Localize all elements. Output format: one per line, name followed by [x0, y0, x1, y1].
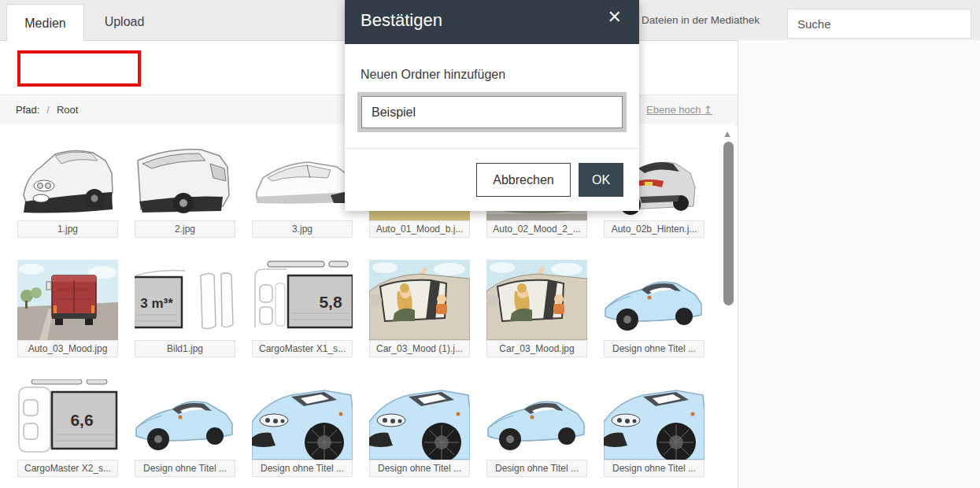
svg-text:3 m³*: 3 m³*	[140, 296, 173, 311]
media-filename: 1.jpg	[17, 220, 118, 238]
media-tile[interactable]: Design ohne Titel ...	[604, 379, 704, 477]
media-thumbnail	[17, 260, 118, 340]
media-tile[interactable]: 6,6CargoMaster X2_s...	[17, 379, 118, 477]
folder-name-input[interactable]	[361, 96, 623, 128]
media-thumbnail	[17, 140, 118, 220]
svg-text:5,8: 5,8	[319, 293, 342, 311]
media-filename: Design ohne Titel ...	[604, 340, 704, 357]
detail-panel-empty	[738, 40, 980, 488]
media-tile[interactable]: Design ohne Titel ...	[369, 379, 470, 477]
ok-button[interactable]: OK	[579, 163, 623, 197]
media-thumbnail: 3 m³*	[135, 260, 235, 340]
media-thumbnail	[604, 379, 704, 460]
media-tile[interactable]: 3 m³* Bild1.jpg	[135, 260, 235, 357]
media-tile[interactable]: Car_03_Mood (1).j...	[369, 260, 470, 357]
media-thumbnail	[369, 379, 470, 460]
breadcrumb-root[interactable]: Root	[57, 104, 78, 116]
media-tile[interactable]: 2.jpg	[135, 140, 235, 238]
files-in-library-label: Dateien in der Mediathek	[642, 0, 760, 40]
media-tile[interactable]: 3.jpg	[252, 140, 353, 238]
tab-upload[interactable]: Upload	[83, 4, 165, 40]
dialog-footer: Abbrechen OK	[345, 148, 639, 211]
tab-medien-label: Medien	[24, 17, 65, 31]
scrollbar-thumb[interactable]	[723, 142, 734, 305]
media-tile[interactable]: 1.jpg	[17, 140, 118, 238]
media-filename: Design ohne Titel ...	[604, 460, 704, 477]
media-thumbnail	[252, 140, 353, 220]
scroll-up-button[interactable]: ▲	[720, 128, 734, 140]
cancel-button[interactable]: Abbrechen	[476, 163, 571, 197]
search-input[interactable]	[787, 9, 971, 39]
level-up-icon: ↥	[704, 104, 712, 116]
media-thumbnail	[604, 260, 704, 340]
media-thumbnail	[369, 260, 470, 340]
media-filename: 3.jpg	[252, 220, 353, 238]
media-filename: Auto_03_Mood.jpg	[17, 340, 118, 357]
media-tile[interactable]: Design ohne Titel ...	[486, 379, 587, 477]
media-filename: Auto_02_Mood_2_...	[486, 220, 587, 238]
media-filename: 2.jpg	[135, 220, 235, 238]
folder-name-input-ring	[357, 92, 627, 132]
tab-upload-label: Upload	[105, 15, 145, 29]
confirm-dialog: Bestätigen ✕ Neuen Ordner hinzufügen Abb…	[345, 0, 639, 211]
media-filename: Auto_02b_Hinten.j...	[604, 220, 704, 238]
level-up-link[interactable]: Ebene hoch ↥	[646, 95, 712, 124]
media-thumbnail	[135, 140, 235, 220]
media-filename: Car_03_Mood.jpg	[486, 340, 587, 357]
media-thumbnail	[135, 379, 235, 460]
svg-text:6,6: 6,6	[70, 411, 93, 429]
media-filename: Design ohne Titel ...	[135, 460, 235, 477]
media-thumbnail: 6,6	[17, 379, 118, 460]
close-icon[interactable]: ✕	[603, 6, 627, 28]
dialog-title: Bestätigen	[361, 0, 442, 41]
media-filename: CargoMaster X1_s...	[252, 340, 353, 357]
media-tile[interactable]: Design ohne Titel ...	[252, 379, 353, 477]
level-up-label: Ebene hoch	[646, 104, 701, 116]
media-filename: Bild1.jpg	[135, 340, 235, 357]
media-tile[interactable]: Design ohne Titel ...	[604, 260, 704, 357]
media-filename: Design ohne Titel ...	[369, 460, 470, 477]
media-filename: Auto_01_Mood_b.j...	[369, 220, 470, 238]
media-filename: CargoMaster X2_s...	[17, 460, 118, 477]
media-tile[interactable]: Auto_03_Mood.jpg	[17, 260, 118, 357]
media-filename: Design ohne Titel ...	[486, 460, 587, 477]
breadcrumb-label: Pfad:	[16, 104, 39, 116]
breadcrumb-separator: /	[46, 104, 50, 116]
media-filename: Car_03_Mood (1).j...	[369, 340, 470, 357]
media-thumbnail	[486, 260, 587, 340]
media-thumbnail: 5,8	[252, 260, 353, 340]
tab-medien[interactable]: Medien	[6, 4, 84, 42]
dialog-header: Bestätigen ✕	[345, 0, 639, 44]
media-thumbnail	[486, 379, 587, 460]
dialog-prompt: Neuen Ordner hinzufügen	[361, 68, 505, 82]
media-tile[interactable]: 5,8CargoMaster X1_s...	[252, 260, 353, 357]
media-thumbnail	[252, 379, 353, 460]
media-tile[interactable]: Design ohne Titel ...	[135, 379, 235, 477]
media-tile[interactable]: Car_03_Mood.jpg	[486, 260, 587, 357]
media-filename: Design ohne Titel ...	[252, 460, 353, 477]
